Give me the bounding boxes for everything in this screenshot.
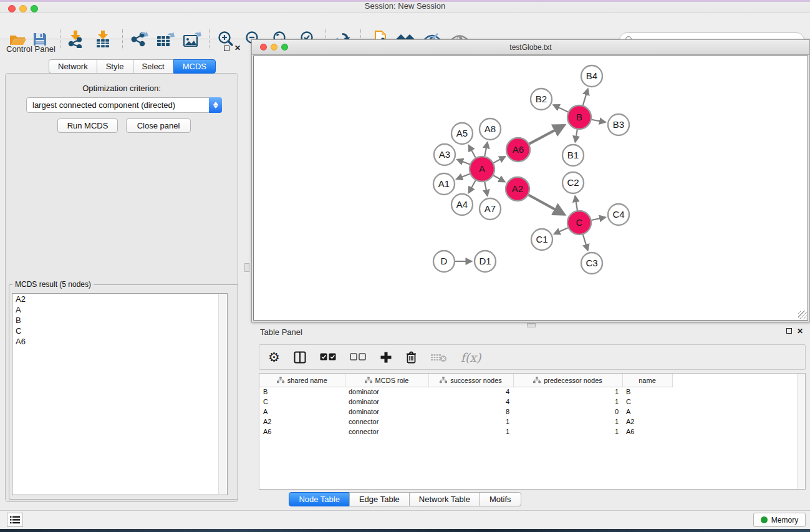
edge-B-B3[interactable]	[592, 120, 605, 122]
table-cell[interactable]: dominator	[345, 407, 428, 417]
edge-A-A2[interactable]	[493, 175, 504, 181]
table-scrollbar[interactable]	[797, 374, 805, 489]
table-cell[interactable]: 1	[513, 397, 622, 407]
column-header-name[interactable]: name	[622, 374, 672, 387]
edge-A2-C[interactable]	[529, 195, 564, 215]
mcds-list-scrollbar[interactable]	[218, 294, 226, 494]
zoom-window-button[interactable]	[31, 5, 38, 12]
node-A8[interactable]: A8	[480, 118, 501, 140]
node-D[interactable]: D	[433, 251, 455, 272]
table-cell[interactable]: 4	[428, 397, 513, 407]
close-panel-button[interactable]: Close panel	[126, 118, 191, 133]
criterion-dropdown[interactable]: largest connected component (directed)	[26, 97, 222, 113]
edge-B-B2[interactable]	[554, 105, 568, 112]
column-header-successor-nodes[interactable]: successor nodes	[428, 374, 513, 387]
mcds-result-item[interactable]: B	[12, 315, 227, 326]
node-A2[interactable]: A2	[506, 177, 529, 201]
edge-A-A3[interactable]	[457, 160, 470, 165]
node-B1[interactable]: B1	[562, 145, 584, 166]
table-row[interactable]: A6connector11A6	[259, 427, 805, 437]
column-visibility-button[interactable]	[294, 349, 306, 365]
close-window-button[interactable]	[8, 5, 16, 12]
deselect-all-button[interactable]	[350, 349, 366, 365]
table-cell[interactable]: connector	[345, 417, 428, 427]
table-panel-close-button[interactable]: ✕	[797, 327, 803, 336]
node-A[interactable]: A	[470, 157, 494, 181]
node-B[interactable]: B	[567, 105, 591, 129]
table-cell[interactable]: 1	[513, 427, 622, 437]
delete-column-button[interactable]	[406, 349, 417, 365]
edge-C-C4[interactable]	[592, 217, 605, 220]
export-table-button[interactable]	[156, 31, 175, 48]
table-cell[interactable]: 1	[428, 417, 513, 427]
edge-A-A7[interactable]	[485, 182, 487, 196]
column-header-MCDS-role[interactable]: MCDS role	[345, 374, 428, 387]
node-B4[interactable]: B4	[581, 65, 602, 87]
node-A4[interactable]: A4	[451, 194, 473, 215]
table-cell[interactable]: B	[622, 387, 672, 397]
edge-A-A6[interactable]	[494, 157, 505, 163]
network-zoom-button[interactable]	[281, 44, 288, 51]
edge-A-A5[interactable]	[469, 145, 476, 158]
table-cell[interactable]: A	[622, 407, 672, 417]
edge-C-C2[interactable]	[575, 196, 577, 211]
control-tab-style[interactable]: Style	[97, 59, 133, 74]
tab-edge-table[interactable]: Edge Table	[349, 492, 410, 506]
import-table-button[interactable]	[95, 31, 111, 48]
edge-B-B1[interactable]	[576, 130, 577, 142]
select-all-button[interactable]	[320, 349, 336, 365]
node-A7[interactable]: A7	[480, 198, 501, 220]
table-row[interactable]: Bdominator41B	[259, 387, 805, 397]
table-cell[interactable]: 4	[428, 387, 513, 397]
table-cell[interactable]: 0	[513, 407, 622, 417]
node-A5[interactable]: A5	[451, 123, 473, 144]
table-cell[interactable]: dominator	[345, 397, 428, 407]
mcds-result-list[interactable]: A2ABCA6	[12, 293, 228, 495]
edge-A6-B[interactable]	[529, 125, 564, 144]
table-row[interactable]: Cdominator41C	[259, 397, 805, 407]
column-header-predecessor-nodes[interactable]: predecessor nodes	[513, 374, 622, 387]
tab-network-table[interactable]: Network Table	[409, 492, 480, 506]
node-A6[interactable]: A6	[506, 138, 530, 162]
table-cell[interactable]: A6	[622, 427, 672, 437]
tab-motifs[interactable]: Motifs	[480, 492, 521, 506]
table-cell[interactable]: A2	[259, 417, 345, 427]
task-history-button[interactable]	[7, 513, 23, 527]
edge-A-A4[interactable]	[469, 180, 476, 193]
table-header-row[interactable]: shared nameMCDS rolesuccessor nodesprede…	[259, 374, 805, 387]
network-minimize-button[interactable]	[271, 44, 277, 51]
node-C4[interactable]: C4	[608, 204, 629, 225]
node-B3[interactable]: B3	[608, 114, 629, 135]
node-D1[interactable]: D1	[475, 251, 496, 272]
network-graph[interactable]: B4B2BB3A5A8A6A3B1AA1C2A2A4A7CC4C1C3DD1	[254, 56, 808, 320]
delete-table-button[interactable]	[430, 349, 447, 365]
table-cell[interactable]: A6	[259, 427, 345, 437]
run-mcds-button[interactable]: Run MCDS	[57, 118, 118, 133]
node-A3[interactable]: A3	[434, 144, 455, 165]
table-row[interactable]: Adominator80A	[259, 407, 805, 417]
table-cell[interactable]: 1	[513, 417, 622, 427]
function-builder-button[interactable]: f(x)	[461, 351, 481, 364]
memory-button[interactable]: Memory	[753, 513, 806, 527]
export-image-button[interactable]	[183, 31, 201, 48]
horizontal-splitter-handle[interactable]	[527, 323, 536, 327]
edge-C-C3[interactable]	[583, 235, 588, 250]
edge-A-A8[interactable]	[485, 142, 487, 156]
node-C1[interactable]: C1	[531, 229, 552, 250]
mcds-result-item[interactable]: A6	[12, 336, 227, 347]
node-C2[interactable]: C2	[562, 172, 584, 193]
column-header-shared-name[interactable]: shared name	[259, 374, 345, 387]
import-network-button[interactable]	[67, 31, 84, 48]
table-cell[interactable]: dominator	[345, 387, 428, 397]
table-cell[interactable]: C	[259, 397, 345, 407]
table-row[interactable]: A2connector11A2	[259, 417, 805, 427]
control-panel-float-button[interactable]	[224, 44, 229, 53]
mcds-result-item[interactable]: C	[12, 326, 227, 336]
mcds-result-item[interactable]: A	[12, 304, 227, 315]
node-B2[interactable]: B2	[531, 89, 552, 110]
mcds-result-item[interactable]: A2	[12, 294, 227, 304]
network-close-button[interactable]	[260, 44, 267, 51]
edge-A-A1[interactable]	[456, 174, 470, 179]
table-panel-float-button[interactable]	[786, 327, 792, 336]
minimize-window-button[interactable]	[19, 5, 27, 12]
